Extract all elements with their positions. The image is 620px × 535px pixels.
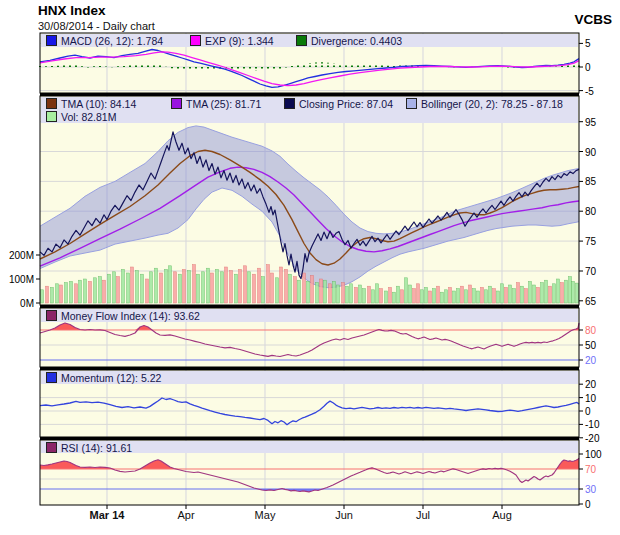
y-axis-label: 70 bbox=[585, 464, 596, 475]
y-axis-label: 95 bbox=[585, 117, 596, 128]
bollinger-swatch-icon bbox=[406, 98, 417, 109]
y-axis-label: 5 bbox=[585, 38, 591, 49]
y-axis-label: -5 bbox=[585, 86, 594, 97]
legend-item-momentum: Momentum (12): 5.22 bbox=[46, 371, 161, 384]
chart-window: HNX Index 30/08/2014 - Daily chart VCBS … bbox=[0, 0, 620, 535]
tma10-swatch-icon bbox=[46, 98, 57, 109]
x-axis-label: Jun bbox=[335, 509, 353, 521]
y-axis-label: -20 bbox=[585, 433, 599, 444]
legend-item-volume: Vol: 82.81M bbox=[46, 110, 116, 123]
x-axis-label: Jul bbox=[416, 509, 430, 521]
exp-swatch-icon bbox=[190, 35, 201, 46]
y-axis-label: 0 bbox=[585, 499, 591, 510]
macd-swatch-icon bbox=[46, 35, 57, 46]
legend-label: RSI (14): 91.61 bbox=[61, 442, 132, 454]
mfi-legend: Money Flow Index (14): 93.62 bbox=[41, 309, 578, 322]
y-axis-label: 90 bbox=[585, 147, 596, 158]
y-axis-label: 75 bbox=[585, 236, 596, 247]
legend-item-divergence: Divergence: 0.4403 bbox=[296, 34, 402, 47]
legend-item-closing-price: Closing Price: 87.04 bbox=[284, 97, 393, 110]
y-axis-label: 65 bbox=[585, 296, 596, 307]
legend-label: EXP (9): 1.344 bbox=[205, 35, 274, 47]
y-axis-label: 80 bbox=[585, 325, 596, 336]
panel-separator bbox=[40, 93, 579, 96]
tma25-swatch-icon bbox=[171, 98, 182, 109]
y-axis-label: 100 bbox=[585, 449, 602, 460]
panel-separator bbox=[40, 437, 579, 440]
legend-label: Momentum (12): 5.22 bbox=[61, 372, 161, 384]
x-axis-label: Aug bbox=[492, 509, 512, 521]
legend-item-tma10: TMA (10): 84.14 bbox=[46, 97, 136, 110]
closing-price-swatch-icon bbox=[284, 98, 295, 109]
volume-axis-label: 100M bbox=[9, 274, 34, 285]
legend-item-exp: EXP (9): 1.344 bbox=[190, 34, 274, 47]
legend-label: Money Flow Index (14): 93.62 bbox=[61, 310, 200, 322]
y-axis-label: 80 bbox=[585, 206, 596, 217]
y-axis-label: 0 bbox=[585, 62, 591, 73]
volume-axis-label: 200M bbox=[9, 250, 34, 261]
volume-axis-label: 0M bbox=[20, 298, 34, 309]
y-axis-label: 85 bbox=[585, 176, 596, 187]
legend-item-mfi: Money Flow Index (14): 93.62 bbox=[46, 309, 200, 322]
mfi-swatch-icon bbox=[46, 310, 57, 321]
legend-item-rsi: RSI (14): 91.61 bbox=[46, 441, 132, 454]
x-axis-label: Apr bbox=[177, 509, 194, 521]
legend-label: Divergence: 0.4403 bbox=[311, 35, 402, 47]
legend-label: TMA (25): 81.71 bbox=[186, 98, 261, 110]
volume-swatch-icon bbox=[46, 111, 57, 122]
legend-label: MACD (26, 12): 1.784 bbox=[61, 35, 163, 47]
legend-label: Closing Price: 87.04 bbox=[299, 98, 393, 110]
price-legend: TMA (10): 84.14 TMA (25): 81.71 Closing … bbox=[41, 97, 578, 123]
legend-label: TMA (10): 84.14 bbox=[61, 98, 136, 110]
momentum-legend: Momentum (12): 5.22 bbox=[41, 371, 578, 384]
y-axis-label: 20 bbox=[585, 355, 596, 366]
x-axis-label: May bbox=[255, 509, 276, 521]
legend-label: Bollinger (20, 2): 78.25 - 87.18 bbox=[421, 98, 563, 110]
y-axis-label: 10 bbox=[585, 393, 596, 404]
y-axis-label: 0 bbox=[585, 406, 591, 417]
y-axis-label: -10 bbox=[585, 419, 599, 430]
panel-separator bbox=[40, 305, 579, 308]
legend-item-bollinger: Bollinger (20, 2): 78.25 - 87.18 bbox=[406, 97, 563, 110]
momentum-swatch-icon bbox=[46, 372, 57, 383]
panel-separator bbox=[40, 367, 579, 370]
rsi-swatch-icon bbox=[46, 442, 57, 453]
y-axis-label: 20 bbox=[585, 379, 596, 390]
macd-legend: MACD (26, 12): 1.784 EXP (9): 1.344 Dive… bbox=[41, 34, 578, 47]
y-axis-label: 30 bbox=[585, 484, 596, 495]
x-axis-label: Mar 14 bbox=[90, 509, 125, 521]
rsi-legend: RSI (14): 91.61 bbox=[41, 441, 578, 453]
chart-canvas bbox=[0, 0, 620, 535]
y-axis-label: 50 bbox=[585, 340, 596, 351]
divergence-swatch-icon bbox=[296, 35, 307, 46]
y-axis-label: 70 bbox=[585, 266, 596, 277]
legend-item-macd: MACD (26, 12): 1.784 bbox=[46, 34, 163, 47]
legend-item-tma25: TMA (25): 81.71 bbox=[171, 97, 261, 110]
legend-label: Vol: 82.81M bbox=[61, 111, 116, 123]
